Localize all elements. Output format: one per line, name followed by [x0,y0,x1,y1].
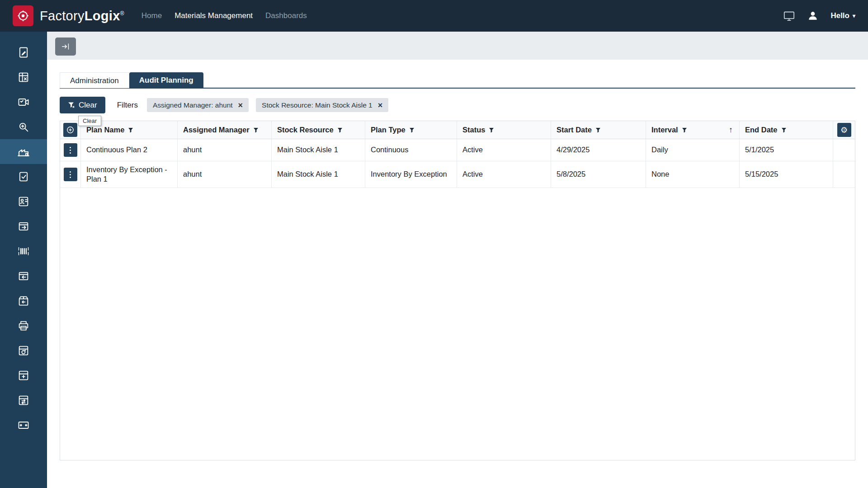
table-import-icon [17,270,30,282]
sidebar-item-8[interactable] [0,214,47,239]
tab-audit-planning[interactable]: Audit Planning [129,72,203,88]
column-header-plan-type[interactable]: Plan Type [365,121,457,139]
add-plan-button[interactable] [63,123,77,137]
collapse-panel-button[interactable] [55,38,76,56]
table-refresh-icon [17,344,30,357]
sidebar-item-7[interactable] [0,189,47,214]
filter-icon[interactable] [595,127,601,133]
sidebar-item-5-warehouse[interactable] [0,139,47,164]
chip-label: Stock Resource: Main Stock Aisle 1 [262,101,373,109]
column-header-interval[interactable]: Interval ↑ [646,121,740,139]
sidebar-item-6[interactable] [0,164,47,189]
sidebar-item-9[interactable] [0,239,47,263]
table-remove-icon [17,71,30,84]
column-header-end-date[interactable]: End Date [740,121,833,139]
table-header-row: Plan Name Assigned Manager Stock Resourc… [60,121,855,139]
sidebar-item-14[interactable] [0,363,47,388]
sidebar-item-15[interactable] [0,388,47,413]
column-header-status[interactable]: Status [457,121,551,139]
audit-plans-table: Plan Name Assigned Manager Stock Resourc… [60,121,855,460]
user-icon[interactable] [807,10,819,22]
filter-chip-assigned-manager[interactable]: Assigned Manager: ahunt × [147,98,249,112]
row-actions-cell [60,139,81,161]
cell-empty [833,161,855,188]
filters-label: Filters [117,101,138,110]
nav-materials-management[interactable]: Materials Management [175,11,253,20]
factorylogix-logo[interactable] [13,5,33,26]
column-settings-button[interactable]: ⚙ [837,123,851,137]
sidebar-item-12[interactable] [0,313,47,338]
sidebar-item-13[interactable] [0,338,47,363]
row-actions-button[interactable] [64,168,77,181]
clipboard-edit-icon [17,46,30,59]
row-actions-button[interactable] [64,143,77,157]
chip-remove-icon[interactable]: × [378,101,383,109]
filter-icon[interactable] [489,127,494,133]
cell-status: Active [457,161,551,188]
nav-home[interactable]: Home [142,11,162,20]
clear-filters-button[interactable]: Clear [60,97,105,113]
collapse-panel-icon [61,42,71,52]
nav-dashboards[interactable]: Dashboards [265,11,307,20]
chip-label: Assigned Manager: ahunt [153,101,233,109]
contacts-book-icon [17,195,30,208]
barcode-icon [17,245,30,258]
table-export-icon [17,220,30,233]
cell-plan-name: Continuous Plan 2 [81,139,178,161]
tab-bar: Administration Audit Planning [60,72,203,88]
filter-icon[interactable] [781,127,787,133]
sidebar-item-10[interactable] [0,263,47,288]
filter-icon[interactable] [409,127,415,133]
header-settings-cell: ⚙ [833,121,855,139]
sidebar-item-4[interactable] [0,114,47,139]
filter-clear-icon [68,102,75,108]
display-icon[interactable] [783,10,795,22]
cell-plan-type: Inventory By Exception [365,161,457,188]
panorama-icon [17,419,30,432]
logo-target-icon [16,9,30,23]
table-add-icon [17,369,30,382]
clear-tooltip: Clear [78,116,101,126]
table-row[interactable]: Continuous Plan 2 ahunt Main Stock Aisle… [60,139,855,161]
top-bar: FactoryLogix® Home Materials Management … [0,0,868,32]
cell-interval: None [646,161,740,188]
sidebar [0,32,47,488]
scan-search-icon [17,121,30,133]
sidebar-item-3[interactable] [0,89,47,114]
row-actions-cell [60,161,81,188]
cell-plan-name: Inventory By Exception - Plan 1 [81,161,178,188]
cell-assigned-manager: ahunt [178,161,272,188]
cell-stock-resource: Main Stock Aisle 1 [272,161,365,188]
table-row[interactable]: Inventory By Exception - Plan 1 ahunt Ma… [60,161,855,188]
cell-status: Active [457,139,551,161]
chevron-down-icon: ▾ [853,13,855,19]
column-header-start-date[interactable]: Start Date [551,121,646,139]
filter-chips: Assigned Manager: ahunt × Stock Resource… [147,98,388,112]
cell-stock-resource: Main Stock Aisle 1 [272,139,365,161]
sidebar-item-16[interactable] [0,413,47,437]
gear-icon: ⚙ [840,126,848,134]
filter-icon[interactable] [682,127,687,133]
brand-name: FactoryLogix® [40,9,124,23]
cell-interval: Daily [646,139,740,161]
sidebar-item-1[interactable] [0,40,47,65]
chip-remove-icon[interactable]: × [238,101,243,109]
user-menu[interactable]: Hello ▾ [830,11,855,20]
column-header-assigned-manager[interactable]: Assigned Manager [178,121,272,139]
filter-icon[interactable] [253,127,259,133]
cell-plan-type: Continuous [365,139,457,161]
filter-icon[interactable] [337,127,343,133]
sort-ascending-icon[interactable]: ↑ [729,125,733,135]
sidebar-item-11[interactable] [0,288,47,313]
audit-check-icon [17,170,30,183]
cell-start-date: 4/29/2025 [551,139,646,161]
top-nav: Home Materials Management Dashboards [142,11,307,20]
tab-administration[interactable]: Administration [60,72,129,88]
cell-end-date: 5/1/2025 [740,139,833,161]
column-header-stock-resource[interactable]: Stock Resource [272,121,365,139]
filter-chip-stock-resource[interactable]: Stock Resource: Main Stock Aisle 1 × [256,98,388,112]
sidebar-item-2[interactable] [0,65,47,89]
clear-button-label: Clear [79,101,97,110]
filter-icon[interactable] [128,127,133,133]
cell-start-date: 5/8/2025 [551,161,646,188]
